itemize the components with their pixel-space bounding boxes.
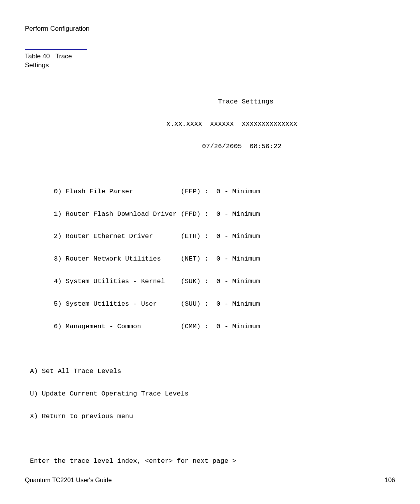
- terminal-cmd-x: X) Return to previous menu: [30, 411, 390, 422]
- terminal-version: X.XX.XXXX XXXXXX XXXXXXXXXXXXXX: [30, 119, 390, 130]
- terminal-cmd-u: U) Update Current Operating Trace Levels: [30, 388, 390, 400]
- terminal-item-5: 5) System Utilities - User (SUU) : 0 - M…: [30, 299, 390, 310]
- terminal-prompt: Enter the trace level index, <enter> for…: [30, 456, 390, 467]
- footer-left: Quantum TC2201 User's Guide: [25, 477, 112, 484]
- table-caption-rule: [25, 49, 87, 50]
- terminal-item-0: 0) Flash File Parser (FFP) : 0 - Minimum: [30, 186, 390, 198]
- page-footer: Quantum TC2201 User's Guide 106: [25, 477, 395, 484]
- terminal-cmd-a: A) Set All Trace Levels: [30, 366, 390, 377]
- terminal-timestamp: 07/26/2005 08:56:22: [30, 141, 390, 152]
- terminal-item-2: 2) Router Ethernet Driver (ETH) : 0 - Mi…: [30, 231, 390, 242]
- table-caption-prefix: Table 40: [25, 52, 50, 60]
- footer-page-number: 106: [385, 477, 395, 484]
- page: Perform Configuration Table 40 Trace Set…: [0, 0, 420, 504]
- table-caption-block: Table 40 Trace Settings: [25, 49, 87, 70]
- terminal-box: Trace Settings X.XX.XXXX XXXXXX XXXXXXXX…: [25, 78, 395, 496]
- terminal-item-3: 3) Router Network Utilities (NET) : 0 - …: [30, 254, 390, 265]
- page-header-title: Perform Configuration: [25, 25, 395, 33]
- terminal-title: Trace Settings: [30, 96, 390, 108]
- terminal-blank-3: [30, 433, 390, 444]
- terminal-blank: [30, 164, 390, 175]
- terminal-blank-2: [30, 343, 390, 355]
- terminal-item-6: 6) Management - Common (CMM) : 0 - Minim…: [30, 321, 390, 332]
- table-caption: Table 40 Trace Settings: [25, 52, 87, 70]
- terminal-item-4: 4) System Utilities - Kernel (SUK) : 0 -…: [30, 276, 390, 287]
- terminal-item-1: 1) Router Flash Download Driver (FFD) : …: [30, 209, 390, 220]
